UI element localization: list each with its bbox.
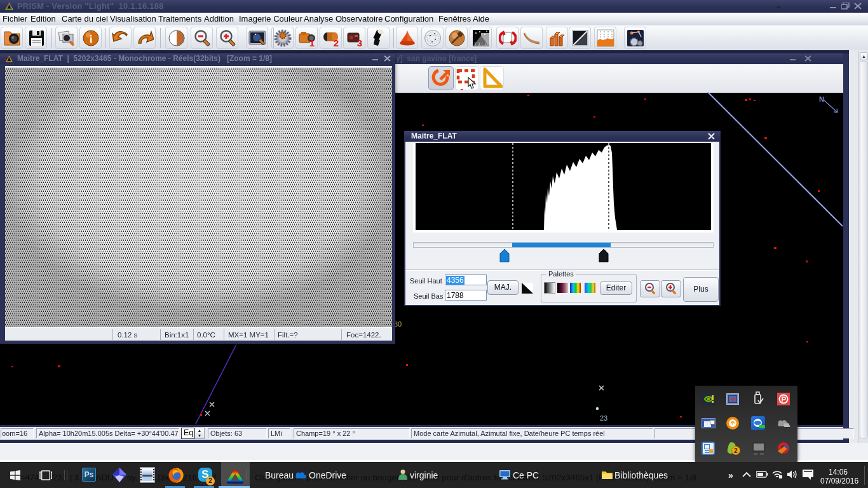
svg-text:N: N: [819, 95, 824, 103]
svg-text:1: 1: [309, 37, 315, 47]
svg-text:23: 23: [600, 414, 607, 422]
svg-text:i: i: [90, 33, 93, 45]
svg-text:2: 2: [334, 37, 339, 47]
svg-text:T.3.L.B: T.3.L.B: [474, 42, 488, 46]
svg-text:3: 3: [357, 37, 362, 47]
